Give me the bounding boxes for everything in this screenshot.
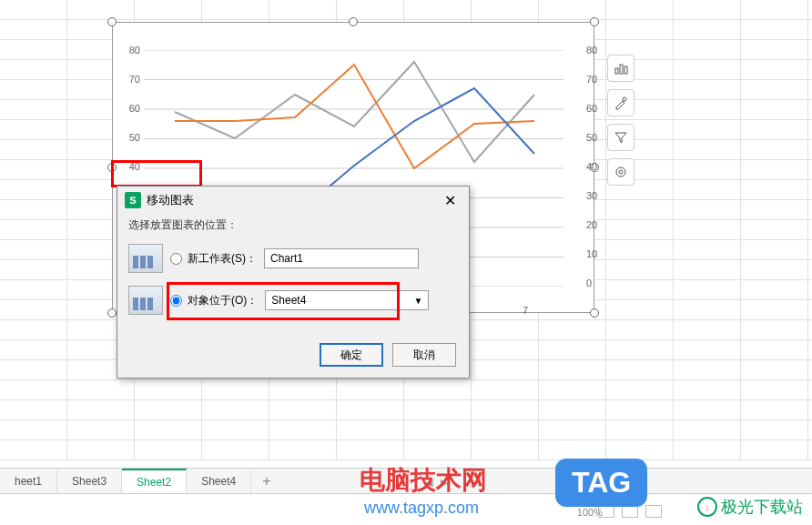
new-sheet-label: 新工作表(S)： bbox=[188, 251, 257, 267]
y-tick-label: 80 bbox=[122, 45, 140, 56]
y-tick-label: 80 bbox=[586, 45, 604, 56]
spreadsheet: 80 70 60 50 40 80 70 60 50 40 30 20 10 0 bbox=[0, 0, 812, 525]
y-tick-label: 70 bbox=[586, 74, 604, 85]
svg-rect-9 bbox=[615, 68, 618, 74]
chart-settings-button[interactable] bbox=[607, 158, 634, 186]
new-sheet-name-input[interactable] bbox=[264, 248, 419, 268]
resize-handle[interactable] bbox=[107, 308, 117, 318]
xz-logo-icon: ↓ bbox=[697, 497, 717, 517]
sheet-tab[interactable]: Sheet3 bbox=[57, 469, 122, 493]
resize-handle[interactable] bbox=[349, 17, 358, 26]
chart-tools bbox=[607, 55, 634, 186]
svg-rect-10 bbox=[620, 65, 623, 74]
view-mode-icons bbox=[598, 505, 662, 518]
chart-elements-button[interactable] bbox=[607, 55, 634, 82]
y-tick-label: 20 bbox=[586, 219, 604, 230]
watermark-url: www.tagxp.com bbox=[364, 499, 479, 518]
sheet-tab[interactable]: heet1 bbox=[0, 469, 57, 493]
chart-filter-button[interactable] bbox=[607, 124, 634, 151]
view-normal-icon[interactable] bbox=[598, 505, 614, 518]
app-icon: S bbox=[125, 192, 141, 208]
ok-button[interactable]: 确定 bbox=[320, 343, 383, 367]
svg-point-13 bbox=[616, 167, 625, 177]
new-sheet-icon bbox=[128, 244, 163, 273]
new-sheet-radio[interactable]: 新工作表(S)： bbox=[170, 251, 257, 267]
y-tick-label: 10 bbox=[586, 248, 604, 259]
highlight-box bbox=[111, 160, 202, 187]
chart-styles-button[interactable] bbox=[607, 89, 634, 116]
view-page-icon[interactable] bbox=[622, 505, 638, 518]
x-tick-label: 7 bbox=[523, 305, 528, 316]
tag-badge: TAG bbox=[555, 459, 647, 507]
y-tick-label: 50 bbox=[586, 132, 604, 143]
add-sheet-button[interactable]: + bbox=[251, 469, 281, 493]
y-tick-label: 30 bbox=[586, 190, 604, 201]
new-sheet-row: 新工作表(S)： bbox=[128, 244, 458, 273]
sheet-tab[interactable]: Sheet4 bbox=[187, 469, 251, 493]
watermark-brand-2-text: 极光下载站 bbox=[721, 496, 803, 518]
y-tick-label: 60 bbox=[122, 103, 140, 114]
close-button[interactable]: ✕ bbox=[439, 190, 462, 211]
cancel-button[interactable]: 取消 bbox=[392, 343, 456, 367]
svg-point-14 bbox=[619, 170, 623, 174]
resize-handle[interactable] bbox=[590, 17, 599, 26]
y-tick-label: 40 bbox=[586, 161, 604, 172]
resize-handle[interactable] bbox=[590, 308, 599, 318]
svg-point-12 bbox=[623, 97, 626, 101]
y-tick-label: 0 bbox=[586, 278, 604, 288]
sheet-tab-active[interactable]: Sheet2 bbox=[122, 469, 187, 494]
dialog-titlebar[interactable]: S 移动图表 bbox=[117, 187, 469, 214]
y-tick-label: 70 bbox=[122, 74, 140, 85]
resize-handle[interactable] bbox=[107, 17, 117, 26]
view-break-icon[interactable] bbox=[645, 505, 662, 518]
y-tick-label: 60 bbox=[586, 103, 604, 114]
new-sheet-radio-input[interactable] bbox=[170, 253, 182, 265]
watermark-brand-2: ↓ 极光下载站 bbox=[697, 496, 803, 518]
watermark-brand: 电脑技术网 bbox=[360, 463, 487, 498]
highlight-box bbox=[167, 282, 400, 320]
chevron-down-icon: ▼ bbox=[413, 296, 422, 306]
svg-rect-11 bbox=[624, 66, 627, 74]
dialog-title-text: 移动图表 bbox=[147, 192, 194, 208]
dialog-prompt: 选择放置图表的位置： bbox=[117, 214, 469, 237]
object-in-icon bbox=[128, 286, 163, 315]
y-tick-label: 50 bbox=[122, 132, 140, 143]
